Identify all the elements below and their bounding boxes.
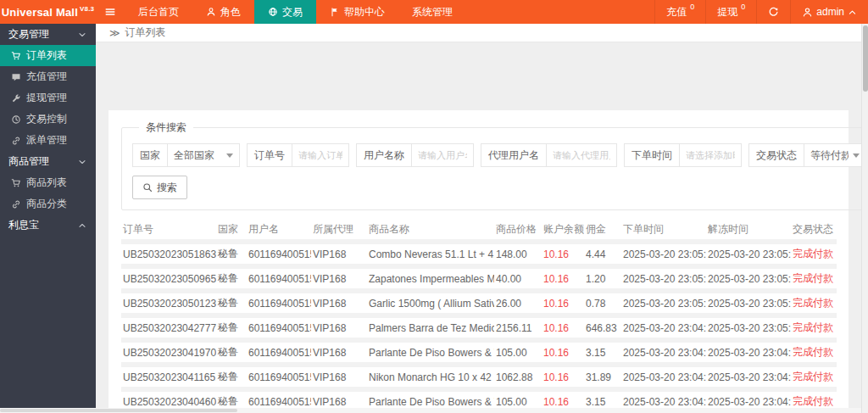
user-menu[interactable]: admin [790,0,868,24]
horizontal-scrollbar-thumb[interactable] [0,409,237,412]
withdraw-badge: 0 [741,3,745,11]
sidebar-item-order-list[interactable]: 订单列表 [0,45,96,66]
top-header: Universal Mall V8.3 后台首页角色交易帮助中心系统管理 充值 … [0,0,868,24]
sidebar-item-label: 提现管理 [26,91,67,105]
cell-country: 秘鲁 [216,293,247,313]
globe-icon [268,7,278,17]
column-header: 订单号 [121,219,216,239]
username: admin [816,6,844,18]
cell-balance: 10.16 [542,367,584,387]
cell-username: 601169400515 [247,293,311,313]
sidebar: 交易管理订单列表充值管理提现管理交易控制派单管理商品管理商品列表商品分类利息宝 [0,24,96,408]
cell-product: Combo Neveras 51.1 Lt + 4.7 Lt... [367,244,494,264]
nav-item-label: 后台首页 [138,5,179,20]
sidebar-item-label: 充值管理 [26,70,67,84]
vertical-scrollbar-thumb[interactable] [863,25,868,92]
cell-country: 秘鲁 [216,318,247,338]
cell-order_time: 2025-03-20 23:05:18 [621,244,706,264]
column-header: 用户名 [247,219,311,239]
cell-unfreeze_time: 2025-03-20 23:04:23 [706,367,791,387]
sidebar-item-recharge-management[interactable]: 充值管理 [0,66,96,87]
cell-product: Parlante De Piso Bowers & Wilk... [367,343,494,362]
cell-unfreeze_time: 2025-03-20 23:05:02 [706,318,791,338]
horizontal-scrollbar[interactable] [0,408,861,413]
refresh-button[interactable] [756,0,790,24]
select-value: 等待付款 [810,144,849,166]
sidebar-item-product-list[interactable]: 商品列表 [0,172,96,193]
link-icon [11,136,21,146]
cell-product: Palmers Barra de Tez Medicinal... [367,318,494,338]
cell-product: Zapatones Impermeables Moto O ... [367,269,494,288]
sidebar-group-product-management[interactable]: 商品管理 [0,151,96,172]
app-title: Universal Mall [2,6,78,19]
filter-trade-status: 交易状态等待付款 [748,143,861,167]
cell-status: 完成付款 [791,293,837,313]
nav-item-system[interactable]: 系统管理 [398,0,466,24]
wrench-icon [11,93,21,103]
cell-commission: 4.44 [584,244,621,264]
cell-country: 秘鲁 [216,244,247,264]
sidebar-item-label: 订单列表 [26,48,67,63]
filter-trade-status-select[interactable]: 等待付款 [804,143,861,167]
sidebar-item-label: 商品列表 [26,176,67,190]
recharge-button[interactable]: 充值 0 [654,0,705,24]
cell-commission: 3.15 [584,343,621,362]
refresh-icon [768,7,779,18]
cell-order_no: UB2503202304197032 [121,343,216,362]
sidebar-item-dispatch-management[interactable]: 派单管理 [0,130,96,151]
sidebar-item-trade-control[interactable]: 交易控制 [0,109,96,130]
filter-username-input[interactable] [411,143,474,167]
nav-item-label: 角色 [220,5,241,20]
cell-agent: VIP168 [311,244,367,264]
filter-label: 代理用户名 [481,143,547,167]
table-row: UB2503202304197032秘鲁601169400515VIP168Pa… [121,343,837,362]
filter-agent-username-input[interactable] [546,143,617,167]
filter-label: 订单号 [247,143,292,167]
cell-country: 秘鲁 [216,367,247,387]
cell-status: 完成付款 [791,269,837,288]
nav-item-roles[interactable]: 角色 [192,0,254,24]
search-button-label: 搜索 [157,181,177,195]
filter-order-time-input[interactable] [679,143,742,167]
nav-item-dashboard[interactable]: 后台首页 [125,0,192,24]
cell-unfreeze_time: 2025-03-20 23:05:21 [706,269,791,288]
vertical-scrollbar[interactable] [861,24,868,413]
cell-username: 601169400515 [247,269,311,288]
person-icon [206,7,216,17]
filter-country-select[interactable]: 全部国家 [167,143,240,167]
flag-icon [330,7,340,17]
nav-item-label: 交易 [282,5,303,20]
cell-agent: VIP168 [311,318,367,338]
cell-price: 2156.11 [494,318,542,338]
sidebar-group-interest-treasure[interactable]: 利息宝 [0,215,96,236]
menu-toggle-button[interactable] [96,0,125,24]
cell-unfreeze_time: 2025-03-20 23:05:31 [706,244,791,264]
table-header-row: 订单号国家用户名所属代理商品名称商品价格账户余额佣金下单时间解冻时间交易状态 [121,219,837,239]
cell-product: Nikon Monarch HG 10 x 42 Binoc... [367,367,494,387]
filter-order-no-input[interactable] [292,143,349,167]
column-header: 下单时间 [621,219,706,239]
comment-icon [11,72,21,82]
cell-order_no: UB2503202305012326 [121,293,216,313]
cell-status: 完成付款 [791,244,837,264]
search-button[interactable]: 搜索 [132,176,187,199]
link-icon [11,199,21,209]
nav-item-trade[interactable]: 交易 [254,0,316,24]
filter-row: 国家全部国家订单号用户名称代理用户名下单时间交易状态等待付款 [132,143,861,167]
sidebar-group-trade-management[interactable]: 交易管理 [0,24,96,45]
filter-label: 用户名称 [356,143,412,167]
cell-price: 148.00 [494,244,542,264]
nav-item-label: 系统管理 [412,5,453,20]
sidebar-item-label: 商品分类 [26,197,67,211]
cell-order_time: 2025-03-20 23:04:11 [621,367,706,387]
sidebar-item-withdraw-management[interactable]: 提现管理 [0,87,96,109]
cell-username: 601169400515 [247,367,311,387]
withdraw-button[interactable]: 提现 0 [705,0,756,24]
nav-item-help-center[interactable]: 帮助中心 [316,0,398,24]
breadcrumb-arrow-icon: ≫ [109,27,120,39]
sidebar-item-product-category[interactable]: 商品分类 [0,193,96,215]
cell-status: 完成付款 [791,343,837,362]
cell-order_no: UB2503202304116516 [121,367,216,387]
cart-icon [11,178,21,188]
chevron-down-icon [853,153,860,158]
